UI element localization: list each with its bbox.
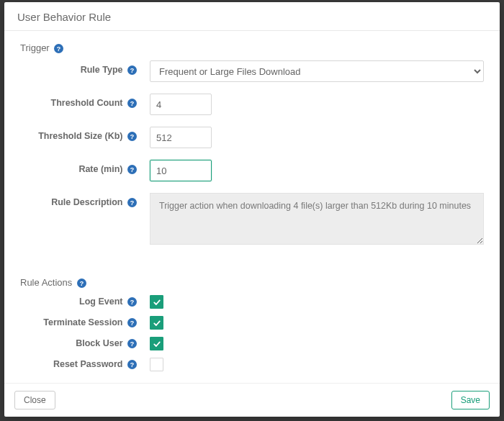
svg-text:?: ? [80,280,84,287]
help-icon[interactable]: ? [127,339,137,348]
terminate-session-row: Terminate Session ? [20,316,484,330]
modal-title: User Behavior Rule [17,11,111,23]
rate-input[interactable] [150,160,212,181]
rate-label: Rate (min) [78,164,122,174]
block-user-label-wrap: Block User ? [20,337,140,348]
rule-type-label: Rule Type [81,65,123,75]
rule-description-row: Rule Description ? [20,193,484,247]
help-icon[interactable]: ? [54,44,63,53]
rule-actions-section-label: Rule Actions [20,277,72,288]
threshold-size-row: Threshold Size (Kb) ? [20,127,484,148]
trigger-section-title: Trigger ? [20,42,484,53]
rate-row: Rate (min) ? [20,160,484,181]
threshold-count-row: Threshold Count ? [20,94,484,115]
svg-text:?: ? [130,361,134,368]
block-user-label: Block User [76,338,122,348]
svg-text:?: ? [130,320,134,327]
modal-footer: Close Save [4,383,500,417]
svg-text:?: ? [130,67,134,74]
threshold-size-label-wrap: Threshold Size (Kb) ? [20,127,140,141]
rate-label-wrap: Rate (min) ? [20,160,140,174]
block-user-row: Block User ? [20,337,484,350]
svg-text:?: ? [130,166,134,173]
log-event-row: Log Event ? [20,295,484,309]
reset-password-label: Reset Password [53,359,123,369]
rule-type-row: Rule Type ? Frequent or Large Files Down… [20,60,484,82]
help-icon[interactable]: ? [127,165,137,174]
reset-password-checkbox[interactable] [150,358,163,371]
terminate-session-label-wrap: Terminate Session ? [20,316,140,327]
trigger-section-label: Trigger [20,42,50,53]
user-behavior-rule-modal: User Behavior Rule Trigger ? Rule Type ? [4,2,500,417]
help-icon[interactable]: ? [77,279,86,288]
rule-description-label-wrap: Rule Description ? [20,193,140,207]
terminate-session-checkbox[interactable] [150,316,163,330]
help-icon[interactable]: ? [127,360,137,369]
rule-description-textarea[interactable] [150,193,484,245]
reset-password-label-wrap: Reset Password ? [20,358,140,369]
modal-header: User Behavior Rule [4,2,500,31]
help-icon[interactable]: ? [127,297,137,307]
save-button[interactable]: Save [451,391,490,409]
terminate-session-label: Terminate Session [43,317,122,327]
threshold-size-label: Threshold Size (Kb) [38,131,122,141]
log-event-label: Log Event [79,296,122,307]
svg-text:?: ? [130,133,134,140]
rule-type-select[interactable]: Frequent or Large Files Download [150,60,484,82]
svg-text:?: ? [130,199,134,207]
rule-type-label-wrap: Rule Type ? [20,60,140,75]
svg-text:?: ? [130,100,134,107]
help-icon[interactable]: ? [127,198,137,207]
svg-text:?: ? [130,340,134,348]
help-icon[interactable]: ? [127,99,137,108]
section-divider [20,258,484,277]
threshold-count-input[interactable] [150,94,212,115]
modal-backdrop: User Behavior Rule Trigger ? Rule Type ? [0,0,504,421]
block-user-checkbox[interactable] [150,337,163,350]
svg-text:?: ? [130,299,134,306]
threshold-count-label-wrap: Threshold Count ? [20,94,140,108]
help-icon[interactable]: ? [127,318,137,327]
help-icon[interactable]: ? [127,65,137,75]
rule-description-label: Rule Description [51,197,122,207]
threshold-size-input[interactable] [150,127,212,148]
rule-actions-section-title: Rule Actions ? [20,277,484,288]
modal-body: Trigger ? Rule Type ? Frequent or Large … [4,31,500,383]
close-button[interactable]: Close [14,391,55,409]
log-event-checkbox[interactable] [150,295,163,309]
svg-text:?: ? [57,45,60,53]
reset-password-row: Reset Password ? [20,358,484,374]
threshold-count-label: Threshold Count [51,98,123,108]
log-event-label-wrap: Log Event ? [20,295,140,307]
help-icon[interactable]: ? [127,132,137,141]
